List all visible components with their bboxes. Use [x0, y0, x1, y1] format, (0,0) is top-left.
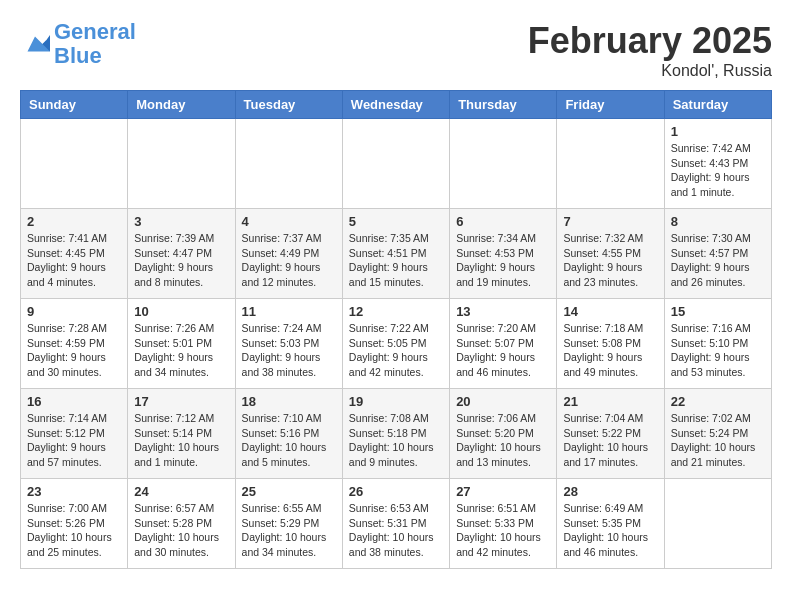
- day-number: 10: [134, 304, 228, 319]
- day-info: Sunrise: 7:02 AM Sunset: 5:24 PM Dayligh…: [671, 411, 765, 470]
- day-number: 4: [242, 214, 336, 229]
- day-info: Sunrise: 6:57 AM Sunset: 5:28 PM Dayligh…: [134, 501, 228, 560]
- calendar-header-wednesday: Wednesday: [342, 91, 449, 119]
- sunrise-text: Sunrise: 6:51 AM: [456, 502, 536, 514]
- calendar-week-row: 23 Sunrise: 7:00 AM Sunset: 5:26 PM Dayl…: [21, 479, 772, 569]
- sunrise-text: Sunrise: 7:16 AM: [671, 322, 751, 334]
- day-number: 28: [563, 484, 657, 499]
- calendar-cell: 24 Sunrise: 6:57 AM Sunset: 5:28 PM Dayl…: [128, 479, 235, 569]
- daylight-text: Daylight: 9 hours and 12 minutes.: [242, 261, 321, 288]
- day-number: 11: [242, 304, 336, 319]
- calendar-cell: 2 Sunrise: 7:41 AM Sunset: 4:45 PM Dayli…: [21, 209, 128, 299]
- daylight-text: Daylight: 10 hours and 9 minutes.: [349, 441, 434, 468]
- sunrise-text: Sunrise: 7:06 AM: [456, 412, 536, 424]
- daylight-text: Daylight: 9 hours and 34 minutes.: [134, 351, 213, 378]
- day-number: 6: [456, 214, 550, 229]
- daylight-text: Daylight: 10 hours and 21 minutes.: [671, 441, 756, 468]
- sunset-text: Sunset: 5:24 PM: [671, 427, 749, 439]
- title-block: February 2025 Kondol', Russia: [528, 20, 772, 80]
- day-info: Sunrise: 7:22 AM Sunset: 5:05 PM Dayligh…: [349, 321, 443, 380]
- calendar-header-monday: Monday: [128, 91, 235, 119]
- day-number: 22: [671, 394, 765, 409]
- sunset-text: Sunset: 5:33 PM: [456, 517, 534, 529]
- calendar-cell: [450, 119, 557, 209]
- day-info: Sunrise: 7:16 AM Sunset: 5:10 PM Dayligh…: [671, 321, 765, 380]
- sunrise-text: Sunrise: 7:20 AM: [456, 322, 536, 334]
- day-info: Sunrise: 7:08 AM Sunset: 5:18 PM Dayligh…: [349, 411, 443, 470]
- day-number: 26: [349, 484, 443, 499]
- sunrise-text: Sunrise: 7:08 AM: [349, 412, 429, 424]
- sunrise-text: Sunrise: 7:22 AM: [349, 322, 429, 334]
- day-info: Sunrise: 7:39 AM Sunset: 4:47 PM Dayligh…: [134, 231, 228, 290]
- daylight-text: Daylight: 10 hours and 1 minute.: [134, 441, 219, 468]
- day-number: 17: [134, 394, 228, 409]
- sunrise-text: Sunrise: 6:49 AM: [563, 502, 643, 514]
- calendar-cell: 19 Sunrise: 7:08 AM Sunset: 5:18 PM Dayl…: [342, 389, 449, 479]
- day-info: Sunrise: 6:49 AM Sunset: 5:35 PM Dayligh…: [563, 501, 657, 560]
- day-number: 18: [242, 394, 336, 409]
- day-info: Sunrise: 7:24 AM Sunset: 5:03 PM Dayligh…: [242, 321, 336, 380]
- daylight-text: Daylight: 9 hours and 30 minutes.: [27, 351, 106, 378]
- sunset-text: Sunset: 5:05 PM: [349, 337, 427, 349]
- sunrise-text: Sunrise: 6:55 AM: [242, 502, 322, 514]
- sunset-text: Sunset: 5:29 PM: [242, 517, 320, 529]
- day-number: 24: [134, 484, 228, 499]
- sunrise-text: Sunrise: 7:28 AM: [27, 322, 107, 334]
- logo-icon: [20, 29, 50, 59]
- calendar-cell: 23 Sunrise: 7:00 AM Sunset: 5:26 PM Dayl…: [21, 479, 128, 569]
- daylight-text: Daylight: 9 hours and 46 minutes.: [456, 351, 535, 378]
- sunset-text: Sunset: 5:22 PM: [563, 427, 641, 439]
- sunset-text: Sunset: 5:01 PM: [134, 337, 212, 349]
- sunrise-text: Sunrise: 7:42 AM: [671, 142, 751, 154]
- daylight-text: Daylight: 9 hours and 38 minutes.: [242, 351, 321, 378]
- calendar-table: SundayMondayTuesdayWednesdayThursdayFrid…: [20, 90, 772, 569]
- calendar-header-thursday: Thursday: [450, 91, 557, 119]
- sunrise-text: Sunrise: 7:14 AM: [27, 412, 107, 424]
- calendar-cell: [128, 119, 235, 209]
- calendar-week-row: 9 Sunrise: 7:28 AM Sunset: 4:59 PM Dayli…: [21, 299, 772, 389]
- day-info: Sunrise: 7:14 AM Sunset: 5:12 PM Dayligh…: [27, 411, 121, 470]
- calendar-cell: 22 Sunrise: 7:02 AM Sunset: 5:24 PM Dayl…: [664, 389, 771, 479]
- day-number: 1: [671, 124, 765, 139]
- sunset-text: Sunset: 5:03 PM: [242, 337, 320, 349]
- calendar-cell: 15 Sunrise: 7:16 AM Sunset: 5:10 PM Dayl…: [664, 299, 771, 389]
- sunset-text: Sunset: 5:20 PM: [456, 427, 534, 439]
- calendar-header-tuesday: Tuesday: [235, 91, 342, 119]
- day-number: 16: [27, 394, 121, 409]
- daylight-text: Daylight: 9 hours and 4 minutes.: [27, 261, 106, 288]
- sunset-text: Sunset: 5:16 PM: [242, 427, 320, 439]
- calendar-cell: 5 Sunrise: 7:35 AM Sunset: 4:51 PM Dayli…: [342, 209, 449, 299]
- calendar-cell: [342, 119, 449, 209]
- sunrise-text: Sunrise: 7:24 AM: [242, 322, 322, 334]
- sunset-text: Sunset: 5:35 PM: [563, 517, 641, 529]
- daylight-text: Daylight: 10 hours and 42 minutes.: [456, 531, 541, 558]
- day-info: Sunrise: 7:12 AM Sunset: 5:14 PM Dayligh…: [134, 411, 228, 470]
- day-info: Sunrise: 7:28 AM Sunset: 4:59 PM Dayligh…: [27, 321, 121, 380]
- calendar-header-row: SundayMondayTuesdayWednesdayThursdayFrid…: [21, 91, 772, 119]
- daylight-text: Daylight: 10 hours and 46 minutes.: [563, 531, 648, 558]
- daylight-text: Daylight: 9 hours and 1 minute.: [671, 171, 750, 198]
- day-number: 5: [349, 214, 443, 229]
- calendar-cell: 10 Sunrise: 7:26 AM Sunset: 5:01 PM Dayl…: [128, 299, 235, 389]
- calendar-header-saturday: Saturday: [664, 91, 771, 119]
- daylight-text: Daylight: 10 hours and 17 minutes.: [563, 441, 648, 468]
- logo-text: General Blue: [54, 20, 136, 68]
- calendar-cell: 3 Sunrise: 7:39 AM Sunset: 4:47 PM Dayli…: [128, 209, 235, 299]
- calendar-cell: 8 Sunrise: 7:30 AM Sunset: 4:57 PM Dayli…: [664, 209, 771, 299]
- day-info: Sunrise: 7:30 AM Sunset: 4:57 PM Dayligh…: [671, 231, 765, 290]
- sunrise-text: Sunrise: 7:41 AM: [27, 232, 107, 244]
- sunset-text: Sunset: 5:26 PM: [27, 517, 105, 529]
- calendar-cell: 16 Sunrise: 7:14 AM Sunset: 5:12 PM Dayl…: [21, 389, 128, 479]
- logo: General Blue: [20, 20, 136, 68]
- day-info: Sunrise: 6:53 AM Sunset: 5:31 PM Dayligh…: [349, 501, 443, 560]
- sunset-text: Sunset: 4:55 PM: [563, 247, 641, 259]
- daylight-text: Daylight: 10 hours and 38 minutes.: [349, 531, 434, 558]
- calendar-cell: 4 Sunrise: 7:37 AM Sunset: 4:49 PM Dayli…: [235, 209, 342, 299]
- daylight-text: Daylight: 10 hours and 5 minutes.: [242, 441, 327, 468]
- sunrise-text: Sunrise: 6:53 AM: [349, 502, 429, 514]
- sunrise-text: Sunrise: 7:35 AM: [349, 232, 429, 244]
- sunrise-text: Sunrise: 6:57 AM: [134, 502, 214, 514]
- day-info: Sunrise: 7:37 AM Sunset: 4:49 PM Dayligh…: [242, 231, 336, 290]
- sunrise-text: Sunrise: 7:10 AM: [242, 412, 322, 424]
- day-info: Sunrise: 7:26 AM Sunset: 5:01 PM Dayligh…: [134, 321, 228, 380]
